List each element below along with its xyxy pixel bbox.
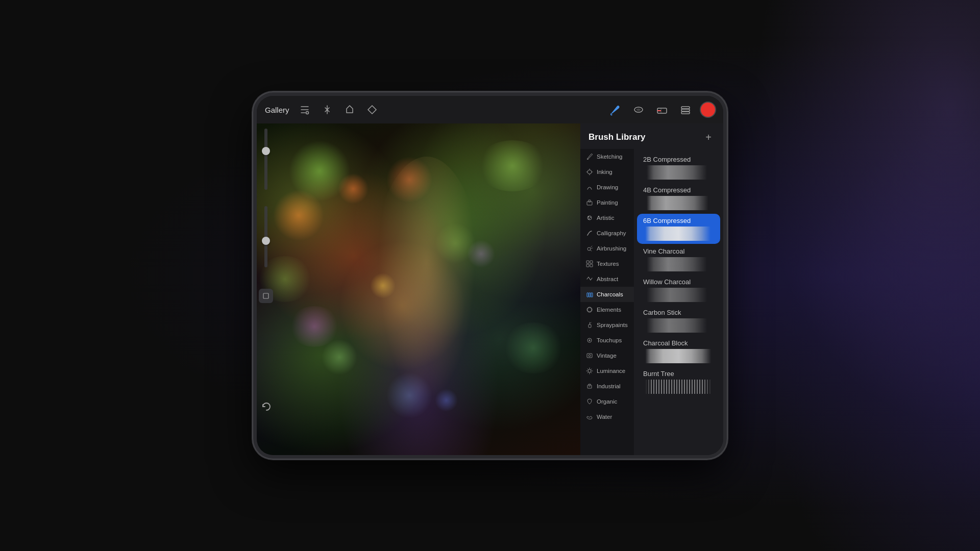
category-item-industrial[interactable]: Industrial <box>580 379 634 394</box>
brush-panel-header: Brush Library + <box>580 123 723 149</box>
category-item-water[interactable]: Water <box>580 409 634 424</box>
brush-name-vine-charcoal: Vine Charcoal <box>643 247 714 255</box>
brush-item-6b-compressed[interactable]: 6B Compressed <box>637 214 720 244</box>
vintage-category-label: Vintage <box>597 353 617 359</box>
svg-point-26 <box>589 340 591 341</box>
brush-item-4b-compressed[interactable]: 4B Compressed <box>637 183 720 213</box>
category-item-spraypaints[interactable]: Spraypaints <box>580 317 634 333</box>
brush-preview-carbon-stick <box>643 318 714 333</box>
svg-rect-18 <box>586 264 589 267</box>
svg-point-29 <box>588 369 591 372</box>
brush-size-slider[interactable] <box>264 129 267 190</box>
gallery-button[interactable]: Gallery <box>265 106 289 114</box>
sketching-category-label: Sketching <box>597 154 623 160</box>
textures-category-icon <box>585 260 594 268</box>
brush-preview-6b-compressed <box>643 227 714 241</box>
svg-rect-6 <box>263 293 268 298</box>
organic-category-icon <box>585 397 594 406</box>
adjustments-icon[interactable] <box>320 103 334 117</box>
color-picker[interactable] <box>701 103 715 117</box>
brush-item-burnt-tree[interactable]: Burnt Tree <box>637 367 720 397</box>
actions-icon[interactable] <box>298 103 312 117</box>
category-item-vintage[interactable]: Vintage <box>580 348 634 363</box>
artistic-category-icon <box>585 214 594 222</box>
svg-rect-20 <box>587 293 589 297</box>
category-item-sketching[interactable]: Sketching <box>580 149 634 164</box>
layers-tool-button[interactable] <box>677 102 694 118</box>
industrial-category-icon <box>585 382 594 390</box>
industrial-category-label: Industrial <box>597 383 621 389</box>
brush-item-carbon-stick[interactable]: Carbon Stick <box>637 306 720 336</box>
svg-rect-16 <box>586 261 589 263</box>
vintage-category-icon <box>585 352 594 360</box>
brush-preview-vine-charcoal <box>643 257 714 271</box>
eraser-tool-button[interactable] <box>654 102 670 118</box>
svg-point-12 <box>588 216 590 218</box>
add-brush-button[interactable]: + <box>702 131 715 144</box>
category-item-luminance[interactable]: Luminance <box>580 363 634 379</box>
svg-point-23 <box>587 307 592 312</box>
calligraphy-category-icon <box>585 229 594 237</box>
luminance-category-label: Luminance <box>597 368 625 374</box>
ipad-screen: Gallery <box>257 96 723 455</box>
charcoals-category-label: Charcoals <box>597 291 623 297</box>
charcoals-category-icon <box>585 290 594 298</box>
smudge-tool-button[interactable] <box>630 102 647 118</box>
abstract-category-label: Abstract <box>597 276 618 282</box>
brush-item-willow-charcoal[interactable]: Willow Charcoal <box>637 275 720 305</box>
category-item-charcoals[interactable]: Charcoals <box>580 287 634 302</box>
svg-rect-17 <box>590 261 593 263</box>
canvas-area[interactable] <box>257 123 580 455</box>
brush-stroke-2b-compressed <box>643 165 714 180</box>
brush-item-2b-compressed[interactable]: 2B Compressed <box>637 153 720 183</box>
brush-preview-willow-charcoal <box>643 288 714 302</box>
brush-opacity-slider[interactable] <box>264 206 267 267</box>
svg-rect-3 <box>681 107 690 109</box>
inking-category-label: Inking <box>597 169 612 175</box>
brush-tool-button[interactable] <box>607 102 623 118</box>
painting-category-icon <box>585 198 594 207</box>
svg-rect-21 <box>589 293 591 297</box>
brush-stroke-4b-compressed <box>643 196 714 210</box>
category-item-touchups[interactable]: Touchups <box>580 333 634 348</box>
sketching-category-icon <box>585 153 594 161</box>
brush-stroke-willow-charcoal <box>643 288 714 302</box>
svg-point-14 <box>589 218 590 219</box>
brush-stroke-carbon-stick <box>643 318 714 333</box>
elements-category-label: Elements <box>597 307 621 313</box>
category-item-artistic[interactable]: Artistic <box>580 210 634 226</box>
brush-name-6b-compressed: 6B Compressed <box>643 217 714 224</box>
category-item-painting[interactable]: Painting <box>580 195 634 210</box>
category-item-organic[interactable]: Organic <box>580 394 634 409</box>
spraypaints-category-icon <box>585 321 594 329</box>
brush-item-vine-charcoal[interactable]: Vine Charcoal <box>637 244 720 274</box>
svg-rect-22 <box>591 293 593 297</box>
category-item-elements[interactable]: Elements <box>580 302 634 317</box>
category-item-calligraphy[interactable]: Calligraphy <box>580 226 634 241</box>
organic-category-label: Organic <box>597 398 617 405</box>
svg-point-0 <box>306 112 308 114</box>
painting-category-label: Painting <box>597 199 618 206</box>
calligraphy-category-label: Calligraphy <box>597 230 626 236</box>
brush-stroke-charcoal-block <box>643 349 714 363</box>
selection-icon[interactable] <box>342 103 357 117</box>
artwork <box>257 123 580 455</box>
transform-icon[interactable] <box>365 103 379 117</box>
category-item-drawing[interactable]: Drawing <box>580 180 634 195</box>
sidebar-square-btn[interactable] <box>259 289 273 303</box>
category-item-airbrushing[interactable]: Airbrushing <box>580 241 634 256</box>
brush-name-willow-charcoal: Willow Charcoal <box>643 278 714 286</box>
left-sidebar <box>257 123 275 455</box>
category-item-inking[interactable]: Inking <box>580 164 634 180</box>
brush-item-charcoal-block[interactable]: Charcoal Block <box>637 336 720 366</box>
brush-name-burnt-tree: Burnt Tree <box>643 370 714 378</box>
toolbar-left: Gallery <box>265 103 379 117</box>
category-item-abstract[interactable]: Abstract <box>580 271 634 287</box>
svg-rect-19 <box>590 264 593 267</box>
category-item-textures[interactable]: Textures <box>580 256 634 271</box>
brush-panel: Brush Library + SketchingInkingDrawingPa… <box>580 123 723 455</box>
svg-point-28 <box>589 355 591 357</box>
category-sidebar: SketchingInkingDrawingPaintingArtisticCa… <box>580 149 634 455</box>
main-content: Brush Library + SketchingInkingDrawingPa… <box>257 123 723 455</box>
airbrushing-category-label: Airbrushing <box>597 245 626 252</box>
